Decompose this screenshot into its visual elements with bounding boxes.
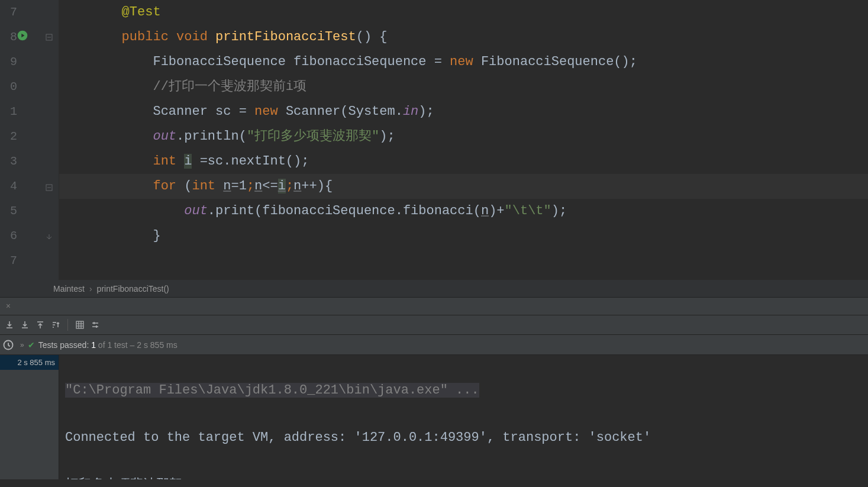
line-number[interactable]: 1	[0, 99, 59, 124]
breadcrumb-class[interactable]: Maintest	[53, 284, 85, 294]
code-text: (	[184, 179, 192, 193]
console-line: 打印多少项斐波那契	[65, 473, 868, 479]
static-field: out	[59, 204, 208, 218]
code-text: Scanner(System.	[286, 104, 403, 119]
semicolon: ;	[286, 179, 293, 193]
run-test-icon[interactable]	[17, 30, 28, 41]
variable-n: n	[481, 204, 489, 218]
variable-i: i	[184, 154, 192, 169]
grid-icon[interactable]	[73, 318, 87, 332]
editor-area: 7 8 9 0 1 2 3 4 5 6 7 @Test public vo	[0, 0, 868, 280]
code-text: () {	[356, 30, 388, 44]
keyword-new: new	[254, 104, 286, 119]
fold-icon[interactable]	[46, 181, 53, 195]
test-status-bar: » ✔ Tests passed: 1 of 1 test – 2 s 855 …	[0, 335, 868, 355]
toolbar-separator	[67, 319, 68, 331]
keyword-public: public	[59, 30, 176, 44]
code-text: FibonacciSequence();	[481, 54, 637, 69]
line-number[interactable]: 5	[0, 199, 59, 224]
annotation: @Test	[59, 5, 161, 20]
line-number[interactable]: 9	[0, 50, 59, 75]
op: <=	[262, 179, 277, 193]
fold-end-icon[interactable]	[46, 231, 53, 244]
line-number[interactable]: 7	[0, 0, 59, 25]
console-line: Connected to the target VM, address: '12…	[65, 426, 868, 450]
tool-tab-bar: ×	[0, 298, 868, 315]
history-icon[interactable]	[2, 339, 14, 351]
code-text: }	[59, 228, 161, 243]
upload-icon[interactable]	[33, 318, 47, 332]
semicolon: ;	[247, 179, 254, 193]
variable-n: n	[293, 179, 301, 193]
keyword-int: int	[59, 154, 184, 169]
code-text: )+	[489, 204, 504, 218]
variable-n: n	[223, 179, 231, 193]
console-command: "C:\Program Files\Java\jdk1.8.0_221\bin\…	[65, 383, 479, 398]
console-wrap: 2 s 855 ms "C:\Program Files\Java\jdk1.8…	[0, 355, 868, 479]
comment: //打印一个斐波那契前i项	[59, 79, 306, 94]
console-output[interactable]: "C:\Program Files\Java\jdk1.8.0_221\bin\…	[59, 355, 868, 479]
tests-passed-label: Tests passed: 1 of 1 test – 2 s 855 ms	[38, 340, 178, 350]
string-literal: "\t\t"	[505, 204, 551, 218]
code-text: .print(fibonacciSequence.fibonacci(	[208, 204, 481, 218]
download-icon[interactable]	[2, 318, 17, 332]
code-text: );	[379, 129, 395, 144]
code-text: );	[418, 104, 434, 119]
line-number[interactable]: 3	[0, 149, 59, 174]
code-text: .println(	[176, 129, 247, 144]
code-area[interactable]: @Test public void printFibonacciTest() {…	[59, 0, 868, 280]
sort-icon[interactable]	[49, 318, 63, 332]
test-tree[interactable]: 2 s 855 ms	[0, 355, 59, 479]
close-tab-icon[interactable]: ×	[0, 298, 17, 315]
fold-icon[interactable]	[46, 31, 53, 44]
line-number[interactable]: 7	[0, 249, 59, 273]
keyword-int: int	[192, 179, 223, 193]
string-literal: "打印多少项斐波那契"	[247, 129, 379, 144]
code-text: =sc.nextInt();	[192, 154, 309, 169]
op: ++){	[301, 179, 333, 193]
keyword-new: new	[450, 54, 481, 69]
test-tree-duration[interactable]: 2 s 855 ms	[0, 355, 59, 370]
check-icon: ✔	[28, 340, 35, 350]
keyword-for: for	[59, 179, 184, 193]
breadcrumb-separator: ›	[89, 284, 92, 294]
svg-rect-3	[76, 321, 83, 328]
method-name: printFibonacciTest	[215, 30, 356, 44]
test-toolbar	[0, 315, 868, 335]
expand-icon[interactable]: »	[20, 341, 24, 349]
op: =	[231, 179, 238, 193]
breadcrumb[interactable]: Maintest›printFibonacciTest()	[0, 280, 868, 298]
line-number[interactable]: 2	[0, 124, 59, 149]
variable-n: n	[254, 179, 262, 193]
gutter: 7 8 9 0 1 2 3 4 5 6 7	[0, 0, 59, 280]
line-number[interactable]: 0	[0, 75, 59, 99]
number: 1	[239, 179, 247, 193]
keyword-void: void	[176, 30, 215, 44]
settings-icon[interactable]	[88, 318, 102, 332]
code-text: Scanner sc =	[59, 104, 254, 119]
static-field: out	[59, 129, 176, 144]
code-text: FibonacciSequence fibonacciSequence =	[59, 54, 450, 69]
download-icon[interactable]	[18, 318, 32, 332]
variable-i: i	[278, 179, 286, 193]
static-field: in	[403, 104, 418, 119]
code-text: );	[551, 204, 567, 218]
breadcrumb-method[interactable]: printFibonacciTest()	[97, 284, 169, 294]
